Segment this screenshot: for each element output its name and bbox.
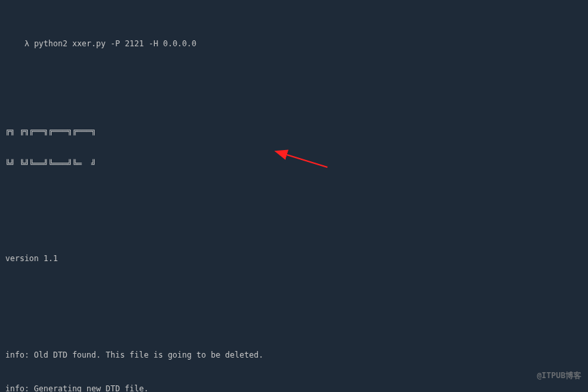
version-section: version 1.1 [5,231,583,286]
version-text: version 1.1 [5,253,583,264]
ascii-banner: ╔╗ ╔╗╔══╗╔═══╗╔═══╗ ╚╝ ╚╝╚══╝╚═══╝╚═ ╝ [5,103,583,192]
watermark-text: @ITPUB博客 [537,370,581,381]
banner-line-1: ╚╝ ╚╝╚══╝╚═══╝╚═ ╝ [5,159,583,170]
prompt-symbol: λ [24,39,29,48]
info-messages-section: info: Old DTD found. This file is going … [5,328,583,392]
info-line-0: info: Old DTD found. This file is going … [5,350,583,361]
info-line-1: info: Generating new DTD file. [5,383,583,393]
terminal-output: λ python2 xxer.py -P 2121 -H 0.0.0.0 ╔╗ … [5,5,583,392]
command-prompt-line: λ python2 xxer.py -P 2121 -H 0.0.0.0 [5,28,583,61]
command-text: python2 xxer.py -P 2121 -H 0.0.0.0 [34,39,196,48]
banner-line-0: ╔╗ ╔╗╔══╗╔═══╗╔═══╗ [5,126,583,137]
